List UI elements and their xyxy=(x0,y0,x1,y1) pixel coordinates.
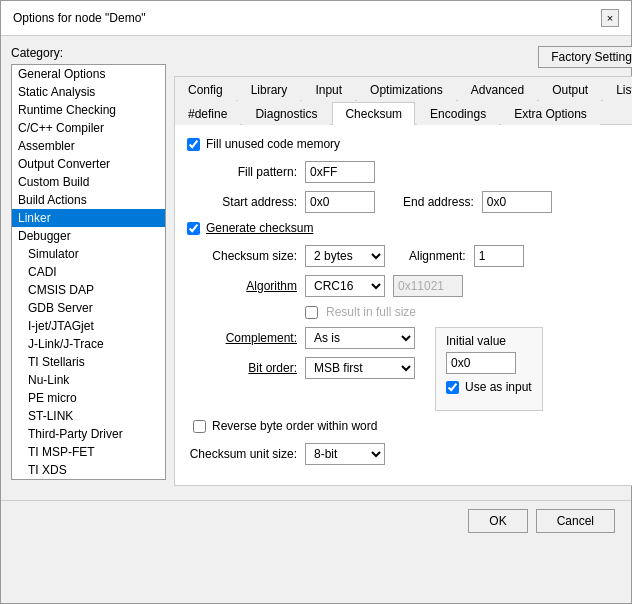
bit-order-group: Bit order: MSB firstLSB first xyxy=(187,357,415,379)
checksum-size-row: Checksum size: 1 byte2 bytes4 bytes Alig… xyxy=(187,245,632,267)
main-panel: Factory Settings ConfigLibraryInputOptim… xyxy=(174,46,632,486)
end-address-label: End address: xyxy=(403,195,474,209)
algorithm-row: Algorithm CRC16CRC32Sum xyxy=(187,275,632,297)
result-full-row: Result in full size xyxy=(187,305,632,319)
tab-row-1: ConfigLibraryInputOptimizationsAdvancedO… xyxy=(175,77,632,101)
generate-checksum-row: Generate checksum xyxy=(187,221,632,235)
sidebar-item[interactable]: Simulator xyxy=(12,245,165,263)
tab-row-2: #defineDiagnosticsChecksumEncodingsExtra… xyxy=(175,101,632,125)
initial-value-box: Initial value Use as input xyxy=(435,327,543,411)
checksum-size-select[interactable]: 1 byte2 bytes4 bytes xyxy=(305,245,385,267)
reverse-byte-checkbox[interactable] xyxy=(193,420,206,433)
sidebar-item[interactable]: J-Link/J-Trace xyxy=(12,335,165,353)
ok-button[interactable]: OK xyxy=(468,509,527,533)
tab2-encodings[interactable]: Encodings xyxy=(417,102,499,125)
sidebar-item[interactable]: Nu-Link xyxy=(12,371,165,389)
fill-pattern-label: Fill pattern: xyxy=(187,165,297,179)
sidebar-item[interactable]: C/C++ Compiler xyxy=(12,119,165,137)
dialog-body: Category: General OptionsStatic Analysis… xyxy=(1,36,631,496)
sidebar-item[interactable]: ST-LINK xyxy=(12,407,165,425)
sidebar-item[interactable]: TI XDS xyxy=(12,461,165,479)
close-button[interactable]: × xyxy=(601,9,619,27)
complement-select[interactable]: As isOne's complementTwo's complement xyxy=(305,327,415,349)
alignment-label: Alignment: xyxy=(409,249,466,263)
alignment-input[interactable] xyxy=(474,245,524,267)
sidebar-item[interactable]: Third-Party Driver xyxy=(12,425,165,443)
reverse-byte-row: Reverse byte order within word xyxy=(193,419,632,433)
start-address-label: Start address: xyxy=(187,195,297,209)
tab-output[interactable]: Output xyxy=(539,78,601,101)
checksum-unit-label: Checksum unit size: xyxy=(187,447,297,461)
generate-checksum-checkbox[interactable] xyxy=(187,222,200,235)
close-icon: × xyxy=(607,12,613,24)
tab-optimizations[interactable]: Optimizations xyxy=(357,78,456,101)
sidebar-item[interactable]: Runtime Checking xyxy=(12,101,165,119)
tab2-diagnostics[interactable]: Diagnostics xyxy=(242,102,330,125)
sidebar-list: General OptionsStatic AnalysisRuntime Ch… xyxy=(11,64,166,480)
address-row: Start address: End address: xyxy=(187,191,632,213)
tab2-#define[interactable]: #define xyxy=(175,102,240,125)
tab-library[interactable]: Library xyxy=(238,78,301,101)
result-full-checkbox[interactable] xyxy=(305,306,318,319)
sidebar-item[interactable]: Build Actions xyxy=(12,191,165,209)
reverse-byte-label: Reverse byte order within word xyxy=(212,419,377,433)
use-as-input-row: Use as input xyxy=(446,380,532,394)
end-address-group: End address: xyxy=(403,191,552,213)
sidebar-item[interactable]: Linker xyxy=(12,209,165,227)
tab2-checksum[interactable]: Checksum xyxy=(332,102,415,125)
use-as-input-checkbox[interactable] xyxy=(446,381,459,394)
sidebar-item[interactable]: TI Stellaris xyxy=(12,353,165,371)
sidebar: Category: General OptionsStatic Analysis… xyxy=(11,46,166,486)
bit-order-select[interactable]: MSB firstLSB first xyxy=(305,357,415,379)
title-bar: Options for node "Demo" × xyxy=(1,1,631,36)
algorithm-label: Algorithm xyxy=(187,279,297,293)
fill-pattern-row: Fill pattern: xyxy=(187,161,632,183)
sidebar-item[interactable]: Static Analysis xyxy=(12,83,165,101)
checksum-unit-select[interactable]: 8-bit16-bit32-bit xyxy=(305,443,385,465)
result-full-label: Result in full size xyxy=(326,305,416,319)
tab-input[interactable]: Input xyxy=(302,78,355,101)
tab2-extra-options[interactable]: Extra Options xyxy=(501,102,600,125)
algorithm-select[interactable]: CRC16CRC32Sum xyxy=(305,275,385,297)
end-address-input[interactable] xyxy=(482,191,552,213)
sidebar-item[interactable]: I-jet/JTAGjet xyxy=(12,317,165,335)
initial-value-label: Initial value xyxy=(446,334,532,348)
checksum-unit-row: Checksum unit size: 8-bit16-bit32-bit xyxy=(187,443,632,465)
fill-unused-row: Fill unused code memory xyxy=(187,137,632,151)
factory-btn-row: Factory Settings xyxy=(174,46,632,68)
tab-list[interactable]: List xyxy=(603,78,632,101)
tab-config[interactable]: Config xyxy=(175,78,236,101)
dialog-title: Options for node "Demo" xyxy=(13,11,146,25)
fill-unused-label: Fill unused code memory xyxy=(206,137,340,151)
fill-unused-checkbox[interactable] xyxy=(187,138,200,151)
checksum-size-label: Checksum size: xyxy=(187,249,297,263)
dialog-bottom: OK Cancel xyxy=(1,500,631,541)
sidebar-item[interactable]: GDB Server xyxy=(12,299,165,317)
factory-settings-button[interactable]: Factory Settings xyxy=(538,46,632,68)
tab-content: Fill unused code memory Fill pattern: St… xyxy=(175,125,632,485)
sidebar-item[interactable]: CMSIS DAP xyxy=(12,281,165,299)
sidebar-item[interactable]: Output Converter xyxy=(12,155,165,173)
use-as-input-label: Use as input xyxy=(465,380,532,394)
sidebar-item[interactable]: CADI xyxy=(12,263,165,281)
dialog: Options for node "Demo" × Category: Gene… xyxy=(0,0,632,604)
generate-checksum-label: Generate checksum xyxy=(206,221,313,235)
sidebar-item[interactable]: TI MSP-FET xyxy=(12,443,165,461)
cancel-button[interactable]: Cancel xyxy=(536,509,615,533)
bit-order-label: Bit order: xyxy=(187,361,297,375)
tabs-container: ConfigLibraryInputOptimizationsAdvancedO… xyxy=(174,76,632,486)
complement-group: Complement: As isOne's complementTwo's c… xyxy=(187,327,415,349)
sidebar-item[interactable]: Assembler xyxy=(12,137,165,155)
fill-pattern-input[interactable] xyxy=(305,161,375,183)
complement-row: Complement: As isOne's complementTwo's c… xyxy=(187,327,632,411)
sidebar-item[interactable]: General Options xyxy=(12,65,165,83)
initial-value-input[interactable] xyxy=(446,352,516,374)
sidebar-item[interactable]: PE micro xyxy=(12,389,165,407)
sidebar-item[interactable]: Custom Build xyxy=(12,173,165,191)
sidebar-item[interactable]: Debugger xyxy=(12,227,165,245)
tab-advanced[interactable]: Advanced xyxy=(458,78,537,101)
algorithm-result-input xyxy=(393,275,463,297)
category-label: Category: xyxy=(11,46,166,60)
start-address-input[interactable] xyxy=(305,191,375,213)
complement-label: Complement: xyxy=(187,331,297,345)
